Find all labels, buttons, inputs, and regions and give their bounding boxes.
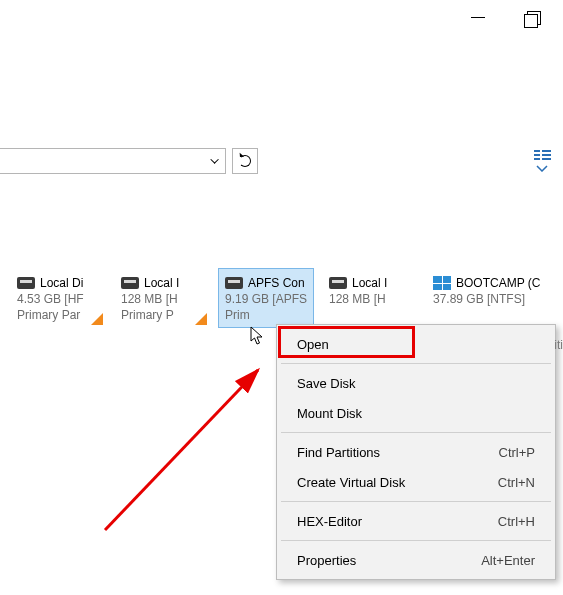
menu-item-save-disk[interactable]: Save Disk bbox=[279, 368, 553, 398]
minimize-button[interactable] bbox=[471, 11, 485, 25]
menu-item-open[interactable]: Open bbox=[279, 329, 553, 359]
refresh-button[interactable] bbox=[232, 148, 258, 174]
menu-item-shortcut: Alt+Enter bbox=[481, 553, 535, 568]
menu-item-label: Mount Disk bbox=[297, 406, 535, 421]
disk-partition: Primary Par bbox=[17, 307, 99, 323]
path-combobox[interactable] bbox=[0, 148, 226, 174]
disk-item[interactable]: Local Di4.53 GB [HFPrimary Par bbox=[10, 268, 106, 328]
menu-separator bbox=[281, 540, 551, 541]
svg-line-6 bbox=[105, 370, 258, 530]
disk-icon bbox=[121, 277, 139, 289]
menu-item-shortcut: Ctrl+N bbox=[498, 475, 535, 490]
view-options-button[interactable] bbox=[533, 148, 553, 172]
window-controls bbox=[471, 0, 563, 36]
health-warning-icon bbox=[91, 313, 103, 325]
menu-item-properties[interactable]: PropertiesAlt+Enter bbox=[279, 545, 553, 575]
menu-item-label: Properties bbox=[297, 553, 481, 568]
maximize-restore-button[interactable] bbox=[527, 11, 541, 25]
menu-separator bbox=[281, 501, 551, 502]
disk-icon bbox=[225, 277, 243, 289]
health-warning-icon bbox=[195, 313, 207, 325]
cropped-text: iti bbox=[554, 338, 563, 352]
cursor-icon bbox=[250, 326, 264, 346]
disk-item[interactable]: BOOTCAMP (C37.89 GB [NTFS] bbox=[426, 268, 556, 328]
disk-name: Local I bbox=[144, 275, 179, 291]
disk-icon bbox=[329, 277, 347, 289]
disk-size: 128 MB [H bbox=[329, 291, 411, 307]
menu-item-label: HEX-Editor bbox=[297, 514, 498, 529]
menu-item-label: Open bbox=[297, 337, 535, 352]
disk-item[interactable]: Local I128 MB [H bbox=[322, 268, 418, 328]
svg-rect-5 bbox=[542, 158, 551, 160]
disk-icon bbox=[17, 277, 35, 289]
disk-list: Local Di4.53 GB [HFPrimary ParLocal I128… bbox=[10, 268, 556, 328]
disk-name: Local I bbox=[352, 275, 387, 291]
annotation-arrow bbox=[90, 360, 280, 540]
disk-size: 9.19 GB [APFS bbox=[225, 291, 307, 307]
disk-size: 37.89 GB [NTFS] bbox=[433, 291, 549, 307]
disk-size: 4.53 GB [HF bbox=[17, 291, 99, 307]
menu-item-mount-disk[interactable]: Mount Disk bbox=[279, 398, 553, 428]
disk-partition: Primary P bbox=[121, 307, 203, 323]
menu-separator bbox=[281, 363, 551, 364]
svg-rect-1 bbox=[534, 154, 540, 156]
menu-item-label: Create Virtual Disk bbox=[297, 475, 498, 490]
chevron-down-icon bbox=[210, 155, 218, 163]
menu-item-find-partitions[interactable]: Find PartitionsCtrl+P bbox=[279, 437, 553, 467]
address-bar-row bbox=[0, 148, 563, 174]
disk-item[interactable]: Local I128 MB [HPrimary P bbox=[114, 268, 210, 328]
disk-name: BOOTCAMP (C bbox=[456, 275, 540, 291]
menu-separator bbox=[281, 432, 551, 433]
windows-disk-icon bbox=[433, 276, 451, 290]
menu-item-shortcut: Ctrl+H bbox=[498, 514, 535, 529]
menu-item-label: Find Partitions bbox=[297, 445, 499, 460]
svg-rect-4 bbox=[542, 154, 551, 156]
disk-partition: Prim bbox=[225, 307, 307, 323]
menu-item-create-virtual-disk[interactable]: Create Virtual DiskCtrl+N bbox=[279, 467, 553, 497]
disk-size: 128 MB [H bbox=[121, 291, 203, 307]
disk-name: APFS Con bbox=[248, 275, 305, 291]
svg-rect-0 bbox=[534, 150, 540, 152]
context-menu: OpenSave DiskMount DiskFind PartitionsCt… bbox=[276, 324, 556, 580]
svg-rect-3 bbox=[542, 150, 551, 152]
svg-rect-2 bbox=[534, 158, 540, 160]
disk-item[interactable]: APFS Con9.19 GB [APFSPrim bbox=[218, 268, 314, 328]
menu-item-shortcut: Ctrl+P bbox=[499, 445, 535, 460]
menu-item-hex-editor[interactable]: HEX-EditorCtrl+H bbox=[279, 506, 553, 536]
refresh-icon bbox=[239, 155, 251, 167]
menu-item-label: Save Disk bbox=[297, 376, 535, 391]
disk-name: Local Di bbox=[40, 275, 83, 291]
